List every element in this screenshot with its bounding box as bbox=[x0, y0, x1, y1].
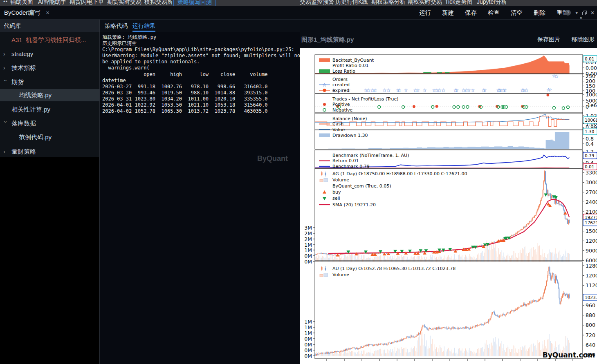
chevron-expanded-icon[interactable]: › bbox=[0, 80, 12, 85]
menu-item-11[interactable]: Tick走势图 bbox=[445, 0, 472, 6]
tab-bycoder[interactable]: ByCoder编写× bbox=[4, 6, 49, 19]
menu-item-7[interactable]: 交易监控预警 bbox=[300, 0, 334, 6]
svg-text:0.005: 0.005 bbox=[586, 65, 597, 71]
chevron-collapsed-icon[interactable]: › bbox=[3, 145, 8, 158]
svg-text:1023.78: 1023.78 bbox=[585, 295, 597, 300]
svg-text:☆: ☆ bbox=[322, 82, 327, 88]
sidebar-item-9[interactable]: ›量财策略 bbox=[0, 145, 99, 158]
menu-item-1[interactable]: 辅助页面 bbox=[10, 0, 33, 6]
remove-figure-button[interactable]: 移除图形 bbox=[572, 36, 595, 43]
svg-text:0.01: 0.01 bbox=[585, 164, 594, 169]
sidebar-item-6[interactable]: 相关性计算.py bbox=[0, 103, 99, 116]
svg-text:Drawdown 1.30: Drawdown 1.30 bbox=[332, 133, 368, 138]
svg-text:☆: ☆ bbox=[373, 87, 377, 93]
tab-close-icon[interactable]: × bbox=[46, 9, 49, 16]
svg-text:Orders: Orders bbox=[332, 77, 348, 82]
svg-text:Backtest_ByQuant: Backtest_ByQuant bbox=[332, 58, 374, 63]
editor-panel: 策略代码运行结果 加载策略: 均线策略.py 历史图示已清空 C:\Progra… bbox=[99, 20, 300, 364]
svg-text:☆: ☆ bbox=[483, 87, 487, 93]
svg-text:1M: 1M bbox=[304, 247, 312, 253]
svg-text:24000: 24000 bbox=[586, 199, 597, 205]
sidebar-item-4[interactable]: ›期货 bbox=[0, 76, 99, 88]
restore-window-icon[interactable] bbox=[582, 11, 587, 15]
sidebar-item-label: A31_机器学习线性回归模... bbox=[11, 34, 86, 46]
menu-item-6[interactable]: 策略编写回测 bbox=[173, 0, 216, 6]
dropdown-icon[interactable]: ▼ bbox=[575, 11, 579, 15]
editor-tab-1[interactable]: 策略代码 bbox=[105, 20, 128, 32]
menu-item-3[interactable]: 期货闪电下单 bbox=[70, 0, 104, 6]
svg-text:SMA (20) 19271.20: SMA (20) 19271.20 bbox=[332, 202, 376, 208]
svg-text:Return 0.01: Return 0.01 bbox=[332, 158, 359, 163]
svg-text:12000: 12000 bbox=[586, 238, 597, 244]
svg-text:1006906.32: 1006906.32 bbox=[585, 118, 597, 123]
svg-text:Profit Ratio 0.01: Profit Ratio 0.01 bbox=[332, 63, 368, 68]
toolbar-action-2[interactable]: 新建 bbox=[442, 6, 454, 19]
svg-text:9000: 9000 bbox=[586, 248, 597, 254]
sidebar-item-label: 技术指标 bbox=[11, 62, 36, 74]
svg-text:1M: 1M bbox=[304, 319, 312, 325]
svg-text:1.30: 1.30 bbox=[585, 129, 594, 134]
tab-bycoder-label: ByCoder编写 bbox=[4, 9, 40, 16]
svg-text:AU (1 Day) O:1052.78 H:1065.30: AU (1 Day) O:1052.78 H:1065.30 L:1013.72… bbox=[332, 266, 456, 271]
toolbar-action-4[interactable]: 检查 bbox=[488, 6, 500, 19]
menu-item-2[interactable]: AI智能助手 bbox=[38, 0, 66, 6]
toolbar-action-1[interactable]: 运行 bbox=[419, 6, 431, 19]
app-root: •• 辅助页面AI智能助手期货闪电下单期货实时交易模拟交易所策略编写回测交易监控… bbox=[0, 0, 597, 364]
sidebar-item-7[interactable]: ›落库数据 bbox=[0, 117, 99, 130]
svg-text:0.01: 0.01 bbox=[585, 56, 594, 61]
svg-text:27000: 27000 bbox=[586, 189, 597, 195]
svg-text:☆: ☆ bbox=[416, 87, 420, 93]
svg-text:800: 800 bbox=[586, 322, 595, 328]
svg-text:Positive: Positive bbox=[332, 102, 350, 107]
svg-text:10000: 10000 bbox=[586, 92, 597, 98]
sidebar-item-2[interactable]: ›strategy bbox=[0, 48, 99, 60]
svg-text:Loss Ratio: Loss Ratio bbox=[332, 69, 355, 74]
chevron-collapsed-icon[interactable]: › bbox=[3, 62, 8, 74]
svg-text:1e6: 1e6 bbox=[587, 102, 597, 108]
svg-text:☆: ☆ bbox=[503, 87, 507, 93]
menu-item-9[interactable]: 期权策略分析 bbox=[371, 0, 406, 6]
sidebar-item-label: 量财策略 bbox=[11, 145, 36, 158]
svg-text:0M: 0M bbox=[304, 353, 312, 359]
editor-tab-2[interactable]: 运行结果 bbox=[132, 20, 155, 32]
sidebar-item-label: 均线策略.py bbox=[19, 89, 52, 101]
svg-text:Volume: Volume bbox=[332, 272, 349, 277]
menu-item-4[interactable]: 期货实时交易 bbox=[107, 0, 141, 6]
drag-handle-icon[interactable]: •• bbox=[3, 0, 8, 6]
menu-item-8[interactable]: 历史行情K线 bbox=[335, 0, 368, 6]
chevron-expanded-icon[interactable]: › bbox=[0, 121, 12, 126]
svg-text:☆: ☆ bbox=[397, 87, 402, 93]
save-image-button[interactable]: 保存图片 bbox=[537, 36, 560, 43]
help-icon[interactable]: ? bbox=[565, 10, 571, 16]
svg-text:3M: 3M bbox=[304, 225, 312, 231]
svg-text:☆: ☆ bbox=[441, 87, 446, 93]
svg-text:0M: 0M bbox=[304, 253, 312, 259]
toolbar-action-3[interactable]: 保存 bbox=[465, 6, 477, 19]
svg-text:0M: 0M bbox=[304, 336, 312, 342]
svg-text:Cash: Cash bbox=[332, 121, 343, 127]
svg-text:1200: 1200 bbox=[586, 272, 597, 279]
console-watermark: ByQuant bbox=[257, 154, 288, 163]
close-window-icon[interactable]: × bbox=[590, 9, 595, 16]
svg-text:Volume: Volume bbox=[332, 177, 349, 183]
figure-title: 图形1_均线策略.py bbox=[301, 36, 354, 44]
menu-item-5[interactable]: 模拟交易所 bbox=[144, 0, 173, 6]
menu-item-12[interactable]: Jupyter分析 bbox=[477, 0, 507, 6]
svg-text:720: 720 bbox=[586, 332, 595, 338]
sidebar-item-8[interactable]: 范例代码.py bbox=[0, 131, 99, 143]
toolbar-action-6[interactable]: 删除 bbox=[534, 6, 545, 19]
menu-item-10[interactable]: 期权实时交易 bbox=[408, 0, 442, 6]
svg-text:☆: ☆ bbox=[524, 87, 529, 93]
chevron-collapsed-icon[interactable]: › bbox=[3, 48, 8, 60]
svg-text:880: 880 bbox=[586, 312, 595, 318]
toolbar-action-5[interactable]: 清空 bbox=[511, 6, 523, 19]
sidebar-item-1[interactable]: A31_机器学习线性回归模... bbox=[0, 34, 99, 46]
sidebar-item-3[interactable]: ›技术指标 bbox=[0, 62, 99, 74]
sidebar-item-label: 范例代码.py bbox=[19, 131, 52, 143]
svg-text:☆: ☆ bbox=[422, 87, 427, 93]
svg-text:1280: 1280 bbox=[586, 263, 597, 269]
svg-text:created: created bbox=[332, 82, 350, 87]
sidebar: 代码库 A31_机器学习线性回归模...›strategy›技术指标›期货均线策… bbox=[0, 20, 99, 364]
chart-pane: 图形1_均线策略.py 保存图片 移除图形 Backtest_ByQuantPr… bbox=[300, 20, 597, 364]
sidebar-item-5[interactable]: 均线策略.py bbox=[0, 89, 99, 101]
